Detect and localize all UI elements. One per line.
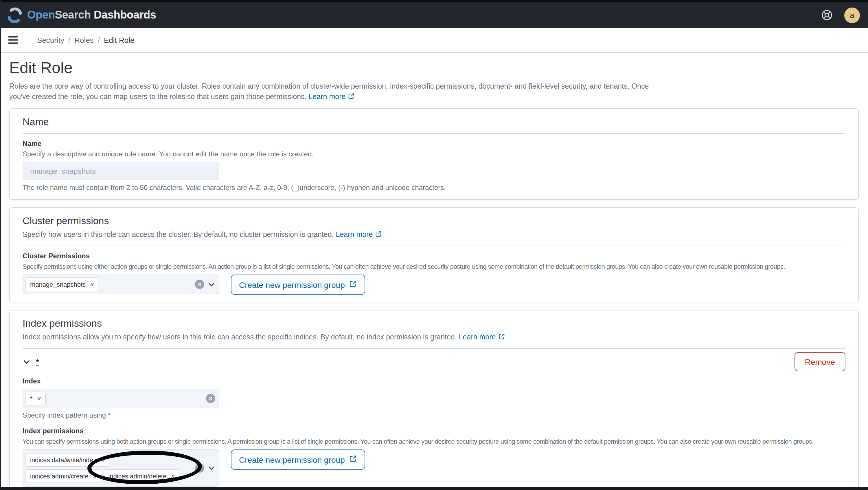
- clear-all-icon[interactable]: [195, 280, 204, 289]
- index-permissions-help: You can specify permissions using both a…: [23, 437, 845, 446]
- index-panel-subtitle: Index permissions allow you to specify h…: [23, 332, 845, 343]
- divider: [23, 246, 845, 246]
- index-pattern-tag-label: *: [30, 395, 33, 402]
- create-permission-group-label: Create new permission group: [239, 280, 345, 289]
- window-left-edge: [0, 0, 1, 490]
- chevron-down-icon[interactable]: [208, 464, 215, 472]
- permission-tag: indices:data/write/index: [26, 453, 109, 467]
- index-pattern-hint: Specify index pattern using *: [23, 411, 845, 420]
- window-bottom-bar: [0, 487, 868, 490]
- chevron-down-icon[interactable]: [208, 281, 215, 288]
- index-panel-title: Index permissions: [23, 317, 845, 329]
- learn-more-label: Learn more: [336, 231, 373, 239]
- learn-more-link[interactable]: Learn more: [459, 333, 505, 341]
- brand-dashboards: Dashboards: [94, 9, 156, 21]
- name-panel-title: Name: [23, 116, 845, 128]
- index-subtitle-text: Index permissions allow you to specify h…: [23, 333, 457, 341]
- cluster-permissions-combobox[interactable]: manage_snapshots: [23, 275, 219, 294]
- external-link-icon: [498, 333, 505, 343]
- permission-tag-circled: indices:admin/delete: [104, 469, 179, 483]
- name-field-help: Specify a descriptive and unique role na…: [23, 150, 845, 159]
- cluster-panel-title: Cluster permissions: [23, 215, 845, 227]
- cluster-permissions-label: Cluster Permissions: [23, 252, 845, 261]
- name-field-hint: The role name must contain from 2 to 50 …: [23, 183, 845, 192]
- name-panel: Name Name Specify a descriptive and uniq…: [9, 108, 859, 200]
- learn-more-link[interactable]: Learn more: [309, 93, 355, 101]
- clear-all-icon[interactable]: [206, 394, 215, 403]
- breadcrumb-bar: Security / Roles / Edit Role: [0, 28, 868, 53]
- remove-tag-icon[interactable]: [36, 395, 41, 402]
- external-link-icon: [375, 230, 382, 240]
- remove-tag-icon[interactable]: [92, 473, 97, 479]
- external-link-icon: [349, 455, 357, 464]
- cluster-panel-subtitle: Specify how users in this role can acces…: [23, 229, 845, 240]
- help-icon[interactable]: [821, 9, 833, 21]
- index-permissions-label: Index permissions: [23, 427, 845, 436]
- remove-tag-icon[interactable]: [100, 457, 105, 463]
- main-content: Edit Role Roles are the core way of cont…: [0, 53, 868, 490]
- breadcrumb-security[interactable]: Security: [37, 36, 64, 44]
- cluster-permissions-help: Specify permissions using either action …: [23, 262, 845, 271]
- remove-button[interactable]: Remove: [795, 352, 845, 371]
- index-permissions-combobox[interactable]: indices:data/write/index indices:admin/c…: [23, 450, 219, 487]
- permission-tag-label: indices:admin/create: [30, 472, 89, 480]
- remove-tag-icon[interactable]: [170, 473, 175, 479]
- app-header: OpenSearchDashboards a: [0, 0, 868, 28]
- opensearch-logo-icon: [7, 7, 23, 23]
- menu-hamburger-icon[interactable]: [8, 36, 18, 44]
- breadcrumb: Security / Roles / Edit Role: [37, 36, 134, 44]
- divider: [23, 348, 845, 349]
- role-name-input[interactable]: [23, 162, 219, 180]
- accordion-toggle[interactable]: *: [23, 357, 39, 366]
- name-field-label: Name: [23, 140, 845, 148]
- index-pattern-combobox[interactable]: *: [23, 388, 219, 408]
- remove-tag-icon[interactable]: [89, 281, 94, 288]
- brand-open: Open: [27, 9, 55, 21]
- divider: [23, 133, 845, 134]
- external-link-icon: [349, 280, 357, 290]
- cluster-permissions-panel: Cluster permissions Specify how users in…: [9, 207, 859, 302]
- page-title: Edit Role: [9, 58, 859, 78]
- breadcrumb-separator: /: [94, 36, 104, 44]
- user-avatar[interactable]: a: [844, 7, 860, 23]
- cluster-subtitle-text: Specify how users in this role can acces…: [23, 231, 334, 239]
- index-field-label: Index: [23, 377, 845, 386]
- permission-tag: indices:admin/create: [26, 469, 101, 483]
- permission-tag-label: indices:data/write/index: [30, 456, 96, 463]
- learn-more-link[interactable]: Learn more: [336, 231, 382, 239]
- brand-search: Search: [55, 9, 91, 21]
- permission-tag-label: indices:admin/delete: [108, 472, 167, 480]
- create-permission-group-button[interactable]: Create new permission group: [231, 450, 365, 470]
- index-permissions-panel: Index permissions Index permissions allo…: [9, 310, 859, 490]
- breadcrumb-separator: /: [64, 36, 74, 44]
- chevron-down-icon: [23, 358, 31, 366]
- app-title: OpenSearchDashboards: [27, 9, 156, 22]
- learn-more-label: Learn more: [309, 93, 346, 101]
- accordion-title[interactable]: *: [36, 357, 39, 366]
- learn-more-label: Learn more: [459, 333, 496, 341]
- breadcrumb-current: Edit Role: [104, 36, 134, 44]
- permission-tag-label: manage_snapshots: [30, 281, 86, 288]
- page-description: Roles are the core way of controlling ac…: [9, 81, 663, 103]
- create-permission-group-label: Create new permission group: [239, 455, 345, 464]
- divider: [27, 28, 27, 52]
- permission-tag: manage_snapshots: [26, 278, 99, 291]
- index-pattern-tag: *: [26, 392, 45, 405]
- index-pattern-accordion: * Remove: [23, 352, 845, 371]
- breadcrumb-roles[interactable]: Roles: [74, 36, 94, 44]
- clear-all-icon[interactable]: [195, 463, 204, 472]
- create-permission-group-button[interactable]: Create new permission group: [231, 275, 365, 295]
- external-link-icon: [348, 92, 355, 103]
